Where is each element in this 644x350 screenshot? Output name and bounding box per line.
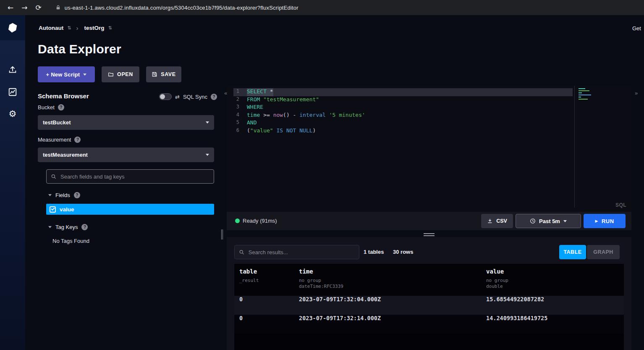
table-cell: 0 [239, 315, 243, 321]
sql-sync-toggle[interactable] [159, 93, 172, 100]
new-script-button[interactable]: + New Script [38, 66, 95, 82]
nav-rail: ⚙ ? [0, 15, 25, 350]
breadcrumb: Autonaut ⇅ › testOrg ⇅ [39, 24, 117, 32]
query-status-bar: Ready (91ms) CSV Past 5m ▶ RUN [227, 212, 631, 230]
code-line[interactable]: 4time >= now() - interval '5 minutes' [233, 112, 573, 120]
header-get-link[interactable]: Get [632, 25, 641, 32]
measurement-value: testMeasurement [43, 152, 206, 158]
collapse-right-icon[interactable]: » [635, 90, 638, 96]
results-search-input[interactable] [249, 249, 355, 255]
measurement-dropdown[interactable]: testMeasurement [38, 147, 214, 162]
tag-keys-help-icon[interactable]: ? [81, 224, 88, 230]
address-bar[interactable]: us-east-1-1.aws.cloud2.influxdata.com/or… [65, 5, 298, 11]
account-caret-icon[interactable]: ⇅ [67, 25, 71, 31]
run-button[interactable]: ▶ RUN [584, 214, 626, 228]
checkbox-checked-icon[interactable] [50, 206, 56, 213]
reload-icon[interactable]: ⟳ [36, 3, 42, 12]
schema-search [46, 169, 214, 184]
fields-help-icon[interactable]: ? [74, 192, 80, 198]
browser-toolbar: ← → ⟳ us-east-1-1.aws.cloud2.influxdata.… [0, 0, 644, 15]
collapse-left-icon[interactable]: « [224, 90, 227, 96]
search-icon [239, 249, 245, 255]
language-badge: SQL [615, 202, 626, 208]
table-cell: 15.68544922087282 [486, 296, 544, 303]
line-number: 4 [233, 112, 239, 120]
chevron-down-icon [206, 154, 209, 156]
rows-count: 30 rows [393, 249, 413, 255]
column-header: table_result [239, 268, 259, 284]
expander-caret-icon [48, 194, 52, 196]
code-line[interactable]: 1SELECT * [233, 88, 573, 96]
play-icon: ▶ [595, 219, 598, 223]
search-icon [51, 174, 57, 180]
sql-sync-help-icon[interactable]: ? [211, 94, 217, 100]
chevron-down-icon [206, 121, 209, 124]
data-explorer-icon[interactable] [8, 87, 18, 97]
code-text: WHERE [247, 104, 263, 112]
csv-label: CSV [496, 218, 507, 224]
schema-search-input[interactable] [60, 174, 209, 180]
code-line[interactable]: 6("value" IS NOT NULL) [233, 127, 573, 135]
lock-icon[interactable] [55, 5, 61, 11]
csv-download-button[interactable]: CSV [481, 214, 513, 228]
page-title: Data Explorer [38, 42, 121, 56]
org-picker[interactable]: testOrg [84, 25, 104, 31]
upload-icon[interactable] [8, 65, 18, 75]
influxdb-logo[interactable] [0, 15, 25, 40]
table-cell: 0 [239, 296, 243, 303]
code-line[interactable]: 3WHERE [233, 104, 573, 112]
bucket-help-icon[interactable]: ? [58, 104, 64, 111]
back-icon[interactable]: ← [8, 3, 13, 12]
fields-section-header[interactable]: Fields ? [48, 192, 80, 198]
chevron-down-icon [563, 220, 567, 222]
results-table-head: table_resulttimeno groupdateTime:RFC3339… [234, 264, 624, 296]
sql-editor[interactable]: « 1SELECT *2FROM "testMeasurement"3WHERE… [227, 86, 631, 212]
forward-icon[interactable]: → [21, 3, 27, 12]
tab-graph[interactable]: GRAPH [587, 245, 620, 259]
no-tags-text: No Tags Found [52, 238, 89, 244]
sql-sync-control: ⇄ SQL Sync ? [159, 93, 217, 100]
results-panel: 1 tables 30 rows TABLE GRAPH table_resul… [227, 237, 631, 350]
new-script-label: + New Script [46, 71, 80, 78]
org-caret-icon[interactable]: ⇅ [108, 25, 112, 31]
open-label: OPEN [117, 71, 133, 77]
line-number: 2 [233, 96, 239, 104]
sql-sync-label: SQL Sync [183, 94, 207, 100]
table-cell: 2023-07-09T17:32:14.000Z [299, 315, 381, 321]
vertical-resize-handle[interactable] [220, 84, 224, 350]
fields-label: Fields [55, 192, 70, 198]
run-label: RUN [602, 218, 614, 224]
app-window: ← → ⟳ us-east-1-1.aws.cloud2.influxdata.… [0, 0, 644, 350]
query-status-text: Ready (91ms) [243, 212, 277, 230]
code-line[interactable]: 2FROM "testMeasurement" [233, 96, 573, 104]
tag-keys-section-header[interactable]: Tag Keys ? [48, 224, 88, 230]
results-table-body: 02023-07-09T17:32:04.000Z15.685449220872… [234, 296, 624, 334]
account-picker[interactable]: Autonaut [39, 25, 63, 31]
open-button[interactable]: OPEN [102, 66, 139, 82]
breadcrumb-separator-icon: › [76, 24, 78, 32]
save-button[interactable]: SAVE [146, 66, 181, 82]
bucket-value: testBucket [43, 119, 206, 126]
line-number: 1 [233, 88, 239, 96]
table-row: 02023-07-09T17:32:14.000Z14.240993186419… [234, 315, 624, 334]
code-text: ("value" IS NOT NULL) [247, 127, 316, 135]
results-table-filler [234, 334, 624, 350]
status-dot-icon [235, 218, 240, 223]
column-header: timeno groupdateTime:RFC3339 [299, 268, 343, 289]
line-number: 6 [233, 127, 239, 135]
field-value-label: value [60, 206, 74, 213]
editor-minimap[interactable] [579, 88, 595, 101]
table-row: 02023-07-09T17:32:04.000Z15.685449220872… [234, 296, 624, 315]
tab-table[interactable]: TABLE [559, 245, 586, 259]
field-item-value[interactable]: value [46, 204, 214, 215]
code-line[interactable]: 5AND [233, 119, 573, 127]
code-text: SELECT * [247, 88, 273, 96]
results-table: table_resulttimeno groupdateTime:RFC3339… [234, 264, 624, 350]
table-cell: 2023-07-09T17:32:04.000Z [299, 296, 381, 303]
tables-count: 1 tables [364, 249, 384, 255]
measurement-help-icon[interactable]: ? [74, 137, 81, 143]
time-range-dropdown[interactable]: Past 5m [516, 214, 581, 228]
horizontal-resize-handle[interactable] [227, 232, 631, 237]
bucket-dropdown[interactable]: testBucket [38, 115, 214, 130]
settings-gear-icon[interactable]: ⚙ [8, 109, 18, 119]
